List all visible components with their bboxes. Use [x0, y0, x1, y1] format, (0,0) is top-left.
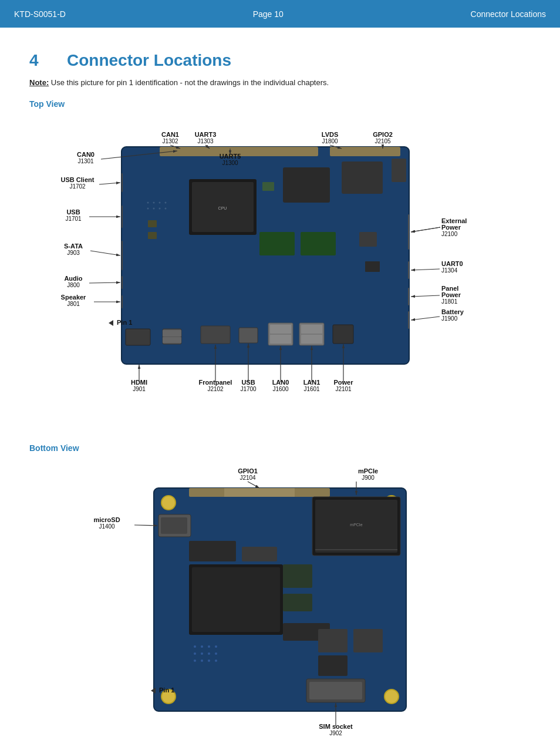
- svg-point-149: [215, 659, 217, 662]
- svg-rect-134: [242, 547, 277, 561]
- svg-rect-135: [283, 564, 312, 588]
- svg-rect-15: [239, 328, 258, 343]
- svg-rect-136: [283, 594, 312, 611]
- svg-rect-154: [318, 655, 348, 676]
- svg-point-42: [159, 201, 161, 203]
- section-heading: Connector Locations: [67, 51, 231, 70]
- svg-rect-34: [148, 220, 157, 227]
- page-header: KTD-S0051-D Page 10 Connector Locations: [0, 0, 560, 28]
- svg-rect-27: [122, 173, 123, 192]
- svg-text:CPU: CPU: [218, 206, 227, 210]
- svg-text:J1301: J1301: [77, 158, 94, 164]
- svg-text:Pin 1: Pin 1: [117, 319, 132, 326]
- svg-rect-130: [224, 488, 295, 497]
- svg-rect-26: [408, 311, 409, 329]
- svg-rect-38: [259, 232, 295, 255]
- svg-point-46: [159, 207, 161, 209]
- svg-rect-10: [392, 159, 406, 182]
- svg-text:UART3: UART3: [195, 131, 217, 138]
- svg-point-43: [165, 201, 167, 203]
- svg-point-140: [208, 645, 210, 648]
- svg-rect-21: [301, 335, 322, 344]
- note-paragraph: Note: Use this picture for pin 1 identif…: [29, 77, 531, 89]
- svg-line-105: [411, 227, 440, 232]
- svg-rect-17: [270, 325, 291, 334]
- svg-rect-32: [126, 329, 150, 345]
- svg-text:mPCIe: mPCIe: [358, 467, 378, 475]
- top-view-diagram: CPU: [29, 115, 531, 443]
- svg-text:Power: Power: [441, 291, 461, 298]
- svg-text:J903: J903: [67, 250, 80, 256]
- svg-line-108: [411, 269, 440, 270]
- section-number: 4: [29, 51, 53, 70]
- svg-text:mPCIe: mPCIe: [350, 523, 363, 527]
- section-title-row: 4 Connector Locations: [29, 51, 531, 70]
- svg-rect-132: [192, 567, 280, 632]
- svg-text:USB: USB: [66, 208, 80, 216]
- svg-point-142: [194, 652, 196, 655]
- svg-line-112: [411, 295, 440, 297]
- svg-point-143: [201, 652, 203, 655]
- bottom-view-diagram: mPCIe: [29, 459, 531, 748]
- svg-rect-30: [122, 276, 123, 289]
- svg-point-45: [153, 207, 155, 209]
- svg-text:J1801: J1801: [441, 298, 458, 305]
- note-text: Use this picture for pin 1 identificatio…: [49, 78, 329, 87]
- svg-line-77: [89, 282, 120, 283]
- svg-text:Pin 1: Pin 1: [159, 687, 174, 694]
- svg-rect-39: [301, 232, 336, 255]
- svg-text:CAN1: CAN1: [161, 131, 179, 138]
- svg-point-41: [153, 201, 155, 203]
- svg-rect-13: [163, 337, 181, 343]
- svg-point-47: [165, 207, 167, 209]
- svg-text:J900: J900: [362, 475, 375, 481]
- svg-rect-23: [408, 214, 409, 250]
- svg-text:J2105: J2105: [375, 138, 391, 144]
- header-doc-id: KTD-S0051-D: [14, 9, 66, 19]
- svg-text:Battery: Battery: [441, 308, 464, 315]
- svg-text:J2104: J2104: [239, 475, 256, 481]
- svg-rect-24: [408, 261, 409, 279]
- svg-text:J1702: J1702: [69, 183, 86, 190]
- svg-rect-29: [122, 241, 123, 270]
- svg-point-141: [215, 645, 217, 648]
- svg-point-44: [147, 207, 149, 209]
- svg-text:J800: J800: [67, 282, 80, 288]
- svg-line-74: [90, 251, 120, 255]
- svg-text:J1300: J1300: [222, 160, 238, 166]
- svg-line-157: [248, 482, 259, 488]
- svg-text:Speaker: Speaker: [61, 294, 87, 301]
- note-label: Note:: [29, 78, 49, 87]
- main-content: 4 Connector Locations Note: Use this pic…: [0, 28, 560, 747]
- svg-text:CAN0: CAN0: [77, 151, 95, 158]
- svg-point-148: [208, 659, 210, 662]
- svg-text:J1800: J1800: [322, 138, 338, 144]
- svg-rect-153: [353, 629, 383, 652]
- svg-text:J1601: J1601: [303, 386, 320, 392]
- svg-text:J1304: J1304: [441, 267, 458, 274]
- svg-rect-20: [301, 325, 322, 334]
- svg-point-40: [147, 201, 149, 203]
- svg-rect-35: [148, 232, 157, 239]
- svg-text:LVDS: LVDS: [322, 131, 339, 138]
- svg-text:J2101: J2101: [335, 386, 352, 392]
- svg-text:GPIO2: GPIO2: [373, 131, 393, 138]
- svg-text:J2100: J2100: [441, 231, 458, 237]
- svg-text:J1303: J1303: [197, 138, 214, 144]
- svg-line-115: [411, 317, 440, 320]
- svg-rect-151: [309, 682, 362, 699]
- header-page: Page 10: [253, 9, 284, 19]
- svg-text:Audio: Audio: [64, 275, 82, 282]
- svg-text:J1900: J1900: [441, 315, 458, 322]
- svg-text:GPIO1: GPIO1: [238, 467, 258, 475]
- svg-rect-133: [189, 541, 236, 561]
- svg-rect-28: [122, 206, 123, 228]
- svg-rect-37: [365, 261, 380, 272]
- svg-text:J1700: J1700: [240, 386, 257, 392]
- bottom-view-svg: mPCIe: [60, 459, 500, 748]
- top-view-title: Top View: [29, 99, 531, 109]
- svg-rect-14: [201, 326, 230, 344]
- svg-text:J901: J901: [133, 386, 146, 392]
- svg-text:J1400: J1400: [99, 523, 115, 530]
- svg-point-147: [201, 659, 203, 662]
